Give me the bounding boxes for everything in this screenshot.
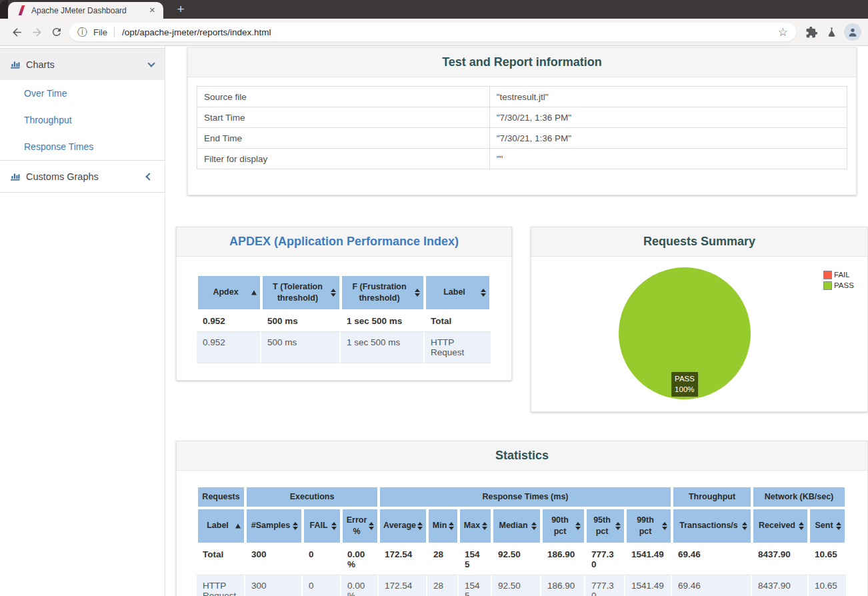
table-row: 0.952 500 ms 1 sec 500 ms HTTP Request <box>197 332 491 363</box>
table-row: End Time "7/30/21, 1:36 PM" <box>197 128 847 149</box>
legend-swatch-fail <box>823 271 832 279</box>
jmeter-favicon-icon <box>17 5 26 15</box>
address-bar[interactable]: ⓘ File /opt/apache-jmeter/reports/index.… <box>69 23 796 41</box>
group-header-throughput: Throughput <box>672 486 752 508</box>
stats-column-header[interactable]: Sent <box>809 508 846 544</box>
stats-column-header-row: Label #Samples FAIL Error % Average Min … <box>197 508 846 544</box>
statistics-table: Requests Executions Response Times (ms) … <box>197 486 846 596</box>
group-header-executions: Executions <box>245 486 379 508</box>
info-value: "7/30/21, 1:36 PM" <box>489 128 847 149</box>
sort-icon <box>531 522 537 530</box>
bar-chart-icon <box>11 60 20 69</box>
sort-icon <box>331 522 337 530</box>
sidebar-section-customs-graphs[interactable]: Customs Graphs <box>0 161 165 192</box>
stats-column-header[interactable]: Received <box>752 508 809 544</box>
table-row: HTTP Request 300 0 0.00% 172.54 28 1545 … <box>197 575 846 596</box>
bar-chart-icon <box>11 172 20 181</box>
info-panel-title: Test and Report information <box>188 48 856 77</box>
table-row: Total 300 0 0.00% 172.54 28 1545 92.50 1… <box>197 544 846 575</box>
apdex-table: Apdex T (Toleration threshold) F (Frustr… <box>197 275 491 363</box>
info-label: Start Time <box>197 107 490 128</box>
requests-summary-title: Requests Summary <box>531 227 867 257</box>
statistics-panel: Statistics Requests Executions <box>176 441 868 596</box>
stats-column-header[interactable]: FAIL <box>303 508 341 544</box>
sort-icon <box>482 522 487 530</box>
sidebar-section-label: Customs Graphs <box>26 171 99 182</box>
browser-toolbar: ⓘ File /opt/apache-jmeter/reports/index.… <box>0 19 868 45</box>
stats-column-header[interactable]: Label <box>197 508 245 544</box>
apdex-column-header[interactable]: Label <box>425 275 491 311</box>
sort-icon <box>417 522 423 530</box>
sort-icon <box>481 289 486 297</box>
legend-swatch-pass <box>823 281 832 290</box>
apdex-column-header[interactable]: T (Toleration threshold) <box>261 275 341 311</box>
labs-flask-icon[interactable] <box>821 22 841 42</box>
sort-icon <box>369 522 374 530</box>
sort-icon <box>615 522 621 530</box>
stats-column-header[interactable]: Median <box>492 508 541 544</box>
stats-column-header[interactable]: #Samples <box>245 508 303 544</box>
chevron-down-icon <box>147 59 155 67</box>
extensions-puzzle-icon[interactable] <box>801 22 821 42</box>
apdex-column-header[interactable]: F (Frustration threshold) <box>341 275 425 311</box>
chevron-left-icon <box>145 173 153 180</box>
tab-close-icon[interactable]: × <box>147 5 158 16</box>
charts-links: Over Time Throughput Response Times <box>0 80 165 160</box>
tab-title: Apache JMeter Dashboard <box>31 6 143 15</box>
legend-item-pass[interactable]: PASS <box>823 280 854 291</box>
url-scheme-label: File <box>93 27 107 37</box>
info-label: Source file <box>197 87 490 107</box>
stats-column-header[interactable]: Error % <box>341 508 379 544</box>
reload-button[interactable] <box>47 22 67 42</box>
forward-button[interactable] <box>27 22 47 42</box>
new-tab-button[interactable]: + <box>171 0 190 19</box>
info-value: "testresult.jtl" <box>489 87 847 107</box>
statistics-title: Statistics <box>177 441 867 471</box>
pie-chart-area: PASS 100% FAIL PASS <box>531 257 867 411</box>
sidebar-item-over-time[interactable]: Over Time <box>0 80 165 107</box>
stats-column-header[interactable]: 95th pct <box>585 508 625 544</box>
tab-strip: Apache JMeter Dashboard × + <box>0 0 868 19</box>
pie-chart: PASS 100% <box>618 267 751 400</box>
stats-column-header[interactable]: Transactions/s <box>672 508 752 544</box>
info-panel: Test and Report information Source file … <box>187 47 857 195</box>
sidebar-section-charts[interactable]: Charts <box>0 49 165 80</box>
sort-asc-icon <box>235 523 241 528</box>
browser-tab[interactable]: Apache JMeter Dashboard × <box>8 2 163 19</box>
page-info-icon[interactable]: ⓘ <box>77 26 87 39</box>
stats-column-header[interactable]: 90th pct <box>541 508 585 544</box>
stats-column-header[interactable]: Min <box>427 508 459 544</box>
stats-column-header[interactable]: 99th pct <box>625 508 672 544</box>
profile-avatar[interactable] <box>844 23 861 41</box>
window-corner <box>0 0 8 19</box>
back-button[interactable] <box>7 22 27 42</box>
chart-legend: FAIL PASS <box>823 269 854 291</box>
pie-slice-label: PASS 100% <box>671 372 698 397</box>
group-header-requests: Requests <box>197 486 245 508</box>
url-divider <box>114 27 115 37</box>
sort-icon <box>575 522 581 530</box>
sidebar-section-label: Charts <box>26 59 55 70</box>
requests-summary-panel: Requests Summary PASS 100% <box>531 227 868 412</box>
sort-icon <box>742 522 747 530</box>
apdex-column-header[interactable]: Apdex <box>197 275 261 311</box>
sort-asc-icon <box>251 290 257 295</box>
sidebar-item-response-times[interactable]: Response Times <box>0 133 165 160</box>
legend-item-fail[interactable]: FAIL <box>823 269 854 280</box>
apdex-panel-title: APDEX (Application Performance Index) <box>177 227 511 257</box>
sort-icon <box>662 522 667 530</box>
info-table: Source file "testresult.jtl" Start Time … <box>197 86 847 169</box>
table-row: Filter for display "" <box>197 149 847 169</box>
info-value: "7/30/21, 1:36 PM" <box>489 107 847 128</box>
sort-icon <box>836 522 841 530</box>
stats-column-header[interactable]: Average <box>379 508 427 544</box>
bookmark-star-icon[interactable]: ☆ <box>778 25 788 39</box>
stats-column-header[interactable]: Max <box>459 508 492 544</box>
sidebar: Charts Over Time Throughput Response Tim… <box>0 46 165 596</box>
sort-icon <box>449 522 454 530</box>
page-content: Charts Over Time Throughput Response Tim… <box>0 45 868 596</box>
sidebar-item-throughput[interactable]: Throughput <box>0 107 165 133</box>
info-value: "" <box>489 149 847 169</box>
sort-icon <box>331 289 336 297</box>
table-row: 0.952 500 ms 1 sec 500 ms Total <box>197 311 491 332</box>
